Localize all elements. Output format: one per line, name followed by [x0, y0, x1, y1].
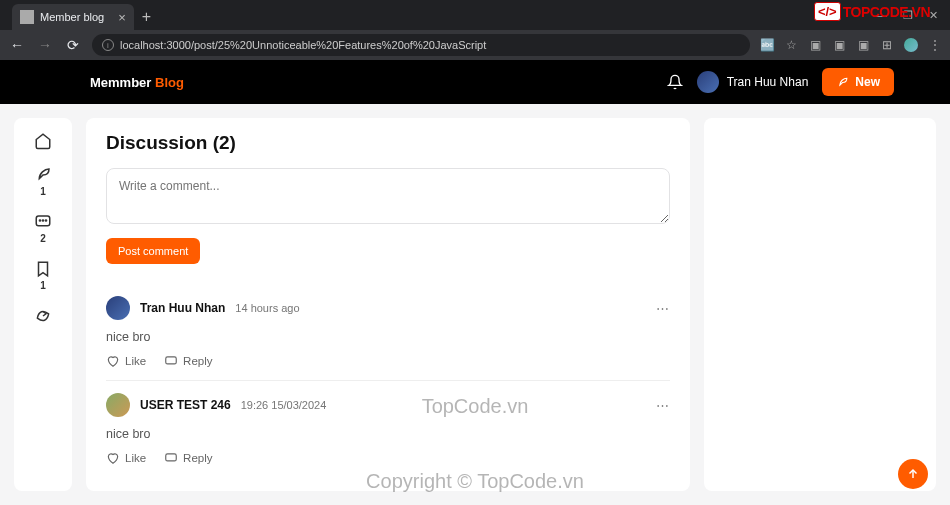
rail-home[interactable] — [34, 132, 52, 150]
forward-button[interactable]: → — [36, 37, 54, 53]
back-button[interactable]: ← — [8, 37, 26, 53]
app-header: Memmber Blog Tran Huu Nhan New — [0, 60, 950, 104]
like-button[interactable]: Like — [106, 354, 146, 368]
bookmark-icon — [34, 260, 52, 278]
comment-item: USER TEST 246 19:26 15/03/2024 ⋯ nice br… — [106, 381, 670, 477]
ext-icon-2[interactable]: ▣ — [832, 38, 846, 52]
bell-icon[interactable] — [667, 74, 683, 90]
url-text: localhost:3000/post/25%20Unnoticeable%20… — [120, 39, 486, 51]
profile-avatar[interactable] — [904, 38, 918, 52]
svg-rect-5 — [166, 454, 177, 461]
comment-item: Tran Huu Nhan 14 hours ago ⋯ nice bro Li… — [106, 284, 670, 381]
user-menu[interactable]: Tran Huu Nhan — [697, 71, 809, 93]
comment-author[interactable]: Tran Huu Nhan — [140, 301, 225, 315]
menu-icon[interactable]: ⋮ — [928, 38, 942, 52]
post-comment-button[interactable]: Post comment — [106, 238, 200, 264]
feather-icon — [34, 166, 52, 184]
new-tab-button[interactable]: + — [134, 8, 159, 26]
watermark-logo: </> TOPCODE.VN — [814, 2, 930, 21]
comment-time: 14 hours ago — [235, 302, 299, 314]
new-button-label: New — [855, 75, 880, 89]
address-bar[interactable]: i localhost:3000/post/25%20Unnoticeable%… — [92, 34, 750, 56]
tab-favicon — [20, 10, 34, 24]
rail-count: 2 — [40, 233, 46, 244]
svg-point-3 — [45, 220, 46, 221]
heart-icon — [106, 354, 120, 368]
rail-feather[interactable]: 1 — [34, 166, 52, 197]
avatar — [106, 393, 130, 417]
comment-time: 19:26 15/03/2024 — [241, 399, 327, 411]
more-icon[interactable]: ⋯ — [656, 301, 670, 316]
rail-count: 1 — [40, 280, 46, 291]
reply-label: Reply — [183, 452, 212, 464]
reply-icon — [164, 451, 178, 465]
bookmark-star-icon[interactable]: ☆ — [784, 38, 798, 52]
close-icon[interactable]: × — [110, 10, 126, 25]
like-button[interactable]: Like — [106, 451, 146, 465]
comment-body: nice bro — [106, 427, 670, 441]
new-button[interactable]: New — [822, 68, 894, 96]
reply-button[interactable]: Reply — [164, 451, 212, 465]
avatar — [106, 296, 130, 320]
scroll-top-button[interactable] — [898, 459, 928, 489]
like-label: Like — [125, 452, 146, 464]
site-info-icon[interactable]: i — [102, 39, 114, 51]
reply-icon — [164, 354, 178, 368]
rail-chat[interactable]: 2 — [34, 213, 52, 244]
reload-button[interactable]: ⟳ — [64, 37, 82, 53]
svg-point-1 — [39, 220, 40, 221]
comment-input[interactable] — [106, 168, 670, 224]
discussion-heading: Discussion (2) — [106, 132, 670, 154]
user-name: Tran Huu Nhan — [727, 75, 809, 89]
rail-share[interactable] — [34, 307, 52, 325]
left-rail: 1 2 1 — [14, 118, 72, 491]
browser-titlebar: Member blog × + — ❐ ✕ — [0, 0, 950, 30]
share-icon — [34, 307, 52, 325]
svg-point-2 — [42, 220, 43, 221]
discussion-panel: Discussion (2) Post comment Tran Huu Nha… — [86, 118, 690, 491]
comment-author[interactable]: USER TEST 246 — [140, 398, 231, 412]
arrow-up-icon — [906, 467, 920, 481]
avatar — [697, 71, 719, 93]
comment-body: nice bro — [106, 330, 670, 344]
ext-icon-1[interactable]: ▣ — [808, 38, 822, 52]
reply-label: Reply — [183, 355, 212, 367]
logo-text-a: Memmber — [90, 75, 155, 90]
close-window-icon[interactable]: ✕ — [929, 9, 938, 22]
logo-text-b: Blog — [155, 75, 184, 90]
rail-bookmark[interactable]: 1 — [34, 260, 52, 291]
heart-icon — [106, 451, 120, 465]
more-icon[interactable]: ⋯ — [656, 398, 670, 413]
rail-count: 1 — [40, 186, 46, 197]
tab-title: Member blog — [40, 11, 104, 23]
feather-icon — [836, 76, 849, 89]
extensions-icon[interactable]: ⊞ — [880, 38, 894, 52]
like-label: Like — [125, 355, 146, 367]
translate-icon[interactable]: 🔤 — [760, 38, 774, 52]
reply-button[interactable]: Reply — [164, 354, 212, 368]
chat-icon — [34, 213, 52, 231]
side-panel — [704, 118, 936, 491]
ext-icon-3[interactable]: ▣ — [856, 38, 870, 52]
app-logo[interactable]: Memmber Blog — [90, 75, 184, 90]
home-icon — [34, 132, 52, 150]
browser-tab[interactable]: Member blog × — [12, 4, 134, 30]
svg-rect-4 — [166, 357, 177, 364]
browser-toolbar: ← → ⟳ i localhost:3000/post/25%20Unnotic… — [0, 30, 950, 60]
